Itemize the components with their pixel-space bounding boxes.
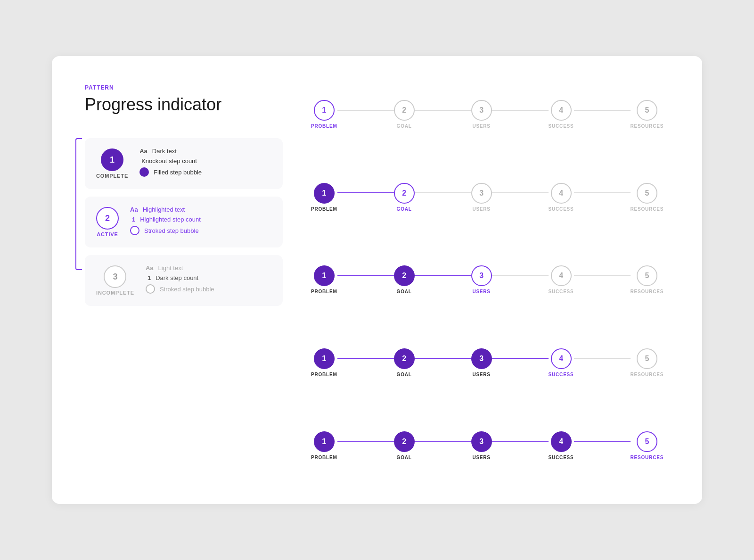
active-aa: Aa [130, 206, 138, 213]
label-2-ex2: GOAL [397, 206, 412, 212]
left-panel: PATTERN Progress indicator 1 COMPLETE Aa… [85, 84, 283, 476]
step-5-ex1: 5 RESOURCES [631, 100, 664, 129]
progress-example-3: 1 PROBLEM 2 GOAL 3 USERS 4 SUCCESS 5 RES… [311, 265, 669, 294]
complete-text-dark: Dark text [152, 148, 177, 155]
circle-4-ex1: 4 [551, 100, 572, 121]
circle-5-ex3: 5 [637, 265, 657, 286]
step-5-ex4: 5 RESOURCES [631, 348, 664, 377]
progress-example-4: 1 PROBLEM 2 GOAL 3 USERS 4 SUCCESS 5 RES… [311, 348, 669, 377]
step-3-ex2: 3 USERS [471, 183, 492, 212]
step-2-ex2: 2 GOAL [394, 183, 415, 212]
label-4-ex1: SUCCESS [549, 124, 574, 129]
conn-3-ex1 [492, 110, 549, 111]
incomplete-info: Aa Light text 1 Dark step count Stroked … [146, 264, 271, 296]
circle-2-ex3: 2 [394, 265, 415, 286]
conn-1-ex1 [337, 110, 394, 111]
label-5-ex4: RESOURCES [631, 372, 664, 377]
circle-5-ex5: 5 [637, 431, 657, 452]
label-2-ex1: GOAL [397, 124, 412, 129]
label-1-ex5: PROBLEM [311, 455, 337, 460]
label-5-ex5: RESOURCES [631, 455, 664, 460]
active-highlighted-count: Highlighted step count [140, 216, 201, 223]
step-3-ex3: 3 USERS [471, 265, 492, 294]
pattern-label: PATTERN [85, 84, 283, 91]
conn-1-ex5 [337, 441, 394, 442]
label-5-ex3: RESOURCES [631, 289, 664, 294]
label-2-ex4: GOAL [397, 372, 412, 377]
step-4-ex4: 4 SUCCESS [549, 348, 574, 377]
step-2-ex4: 2 GOAL [394, 348, 415, 377]
complete-mini-bubble [139, 167, 149, 177]
step-4-ex3: 4 SUCCESS [549, 265, 574, 294]
conn-2-ex4 [415, 358, 471, 359]
active-info: Aa Highlighted text 1 Highlighted step c… [130, 206, 271, 238]
active-count: 1 [132, 216, 135, 223]
label-4-ex3: SUCCESS [549, 289, 574, 294]
circle-1-ex5: 1 [314, 431, 335, 452]
conn-4-ex1 [574, 110, 631, 111]
step-3-ex4: 3 USERS [471, 348, 492, 377]
incomplete-info-row-2: 1 Dark step count [146, 274, 271, 281]
circle-4-ex2: 4 [551, 183, 572, 204]
step-3-ex1: 3 USERS [471, 100, 492, 129]
label-5-ex2: RESOURCES [631, 206, 664, 212]
step-1-ex4: 1 PROBLEM [311, 348, 337, 377]
active-mini-bubble [130, 226, 139, 235]
page-title: Progress indicator [85, 95, 283, 115]
complete-filled-label: Filled step bubble [154, 169, 202, 176]
circle-2-ex5: 2 [394, 431, 415, 452]
incomplete-label: INCOMPLETE [96, 290, 134, 296]
circle-5-ex4: 5 [637, 348, 657, 369]
circle-1-ex4: 1 [314, 348, 335, 369]
circle-2-ex2: 2 [394, 183, 415, 204]
label-3-ex4: USERS [472, 372, 490, 377]
step-5-ex2: 5 RESOURCES [631, 183, 664, 212]
active-stroked-label: Stroked step bubble [144, 227, 199, 234]
conn-4-ex4 [574, 358, 631, 359]
complete-state-card: 1 COMPLETE Aa Dark text Knockout step co… [85, 138, 283, 189]
incomplete-mini-bubble [146, 284, 155, 294]
active-label: ACTIVE [97, 231, 118, 237]
label-1-ex1: PROBLEM [311, 124, 337, 129]
circle-3-ex3: 3 [471, 265, 492, 286]
step-4-ex5: 4 SUCCESS [549, 431, 574, 460]
complete-bubble: 1 [101, 148, 123, 171]
complete-info: Aa Dark text Knockout step count Filled … [139, 148, 271, 180]
step-2-ex3: 2 GOAL [394, 265, 415, 294]
label-2-ex3: GOAL [397, 289, 412, 294]
label-5-ex1: RESOURCES [631, 124, 664, 129]
label-1-ex4: PROBLEM [311, 372, 337, 377]
step-1-ex5: 1 PROBLEM [311, 431, 337, 460]
label-3-ex1: USERS [472, 124, 490, 129]
circle-4-ex4: 4 [551, 348, 572, 369]
circle-2-ex4: 2 [394, 348, 415, 369]
circle-4-ex3: 4 [551, 265, 572, 286]
active-state-card: 2 ACTIVE Aa Highlighted text 1 Highlight… [85, 197, 283, 247]
complete-info-row-3: Filled step bubble [139, 167, 271, 177]
circle-1-ex3: 1 [314, 265, 335, 286]
conn-2-ex5 [415, 441, 471, 442]
conn-1-ex4 [337, 358, 394, 359]
active-bubble: 2 [96, 207, 119, 230]
incomplete-info-row-3: Stroked step bubble [146, 284, 271, 294]
label-3-ex5: USERS [472, 455, 490, 460]
step-4-ex1: 4 SUCCESS [549, 100, 574, 129]
incomplete-aa: Aa [146, 264, 154, 272]
active-info-row-1: Aa Highlighted text [130, 206, 271, 213]
circle-1-ex1: 1 [314, 100, 335, 121]
states-container: 1 COMPLETE Aa Dark text Knockout step co… [85, 138, 283, 306]
conn-2-ex3 [415, 275, 471, 276]
incomplete-state-card: 3 INCOMPLETE Aa Light text 1 Dark step c… [85, 255, 283, 306]
label-1-ex2: PROBLEM [311, 206, 337, 212]
complete-label: COMPLETE [96, 173, 128, 179]
circle-5-ex1: 5 [637, 100, 657, 121]
conn-3-ex5 [492, 441, 549, 442]
circle-3-ex5: 3 [471, 431, 492, 452]
conn-4-ex2 [574, 192, 631, 193]
active-info-row-3: Stroked step bubble [130, 226, 271, 235]
right-panel: 1 PROBLEM 2 GOAL 3 USERS 4 SUCCESS 5 RES… [311, 84, 669, 476]
label-1-ex3: PROBLEM [311, 289, 337, 294]
step-2-ex1: 2 GOAL [394, 100, 415, 129]
conn-3-ex2 [492, 192, 549, 193]
circle-1-ex2: 1 [314, 183, 335, 204]
